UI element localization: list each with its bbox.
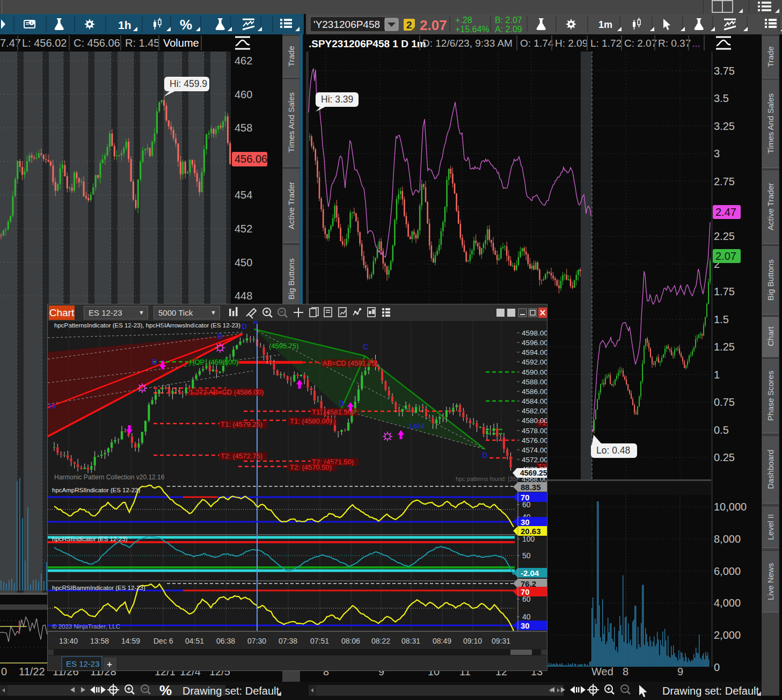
svg-text:B: 2.07: B: 2.07 <box>495 16 522 25</box>
svg-text:458: 458 <box>235 122 252 134</box>
svg-text:88.35: 88.35 <box>521 483 541 492</box>
svg-text:9: 9 <box>677 666 683 677</box>
svg-text:Dec 6: Dec 6 <box>154 637 173 645</box>
svg-text:0: 0 <box>714 661 720 673</box>
svg-text:30: 30 <box>521 517 530 527</box>
svg-text:3.25: 3.25 <box>714 120 735 132</box>
svg-text:4576.00: 4576.00 <box>522 436 547 444</box>
svg-text:08:31: 08:31 <box>401 637 420 645</box>
svg-text:8: 8 <box>623 666 628 677</box>
svg-text:2.07: 2.07 <box>715 250 736 262</box>
svg-text:hpcRSIBammIndicator (ES 12-23): hpcRSIBammIndicator (ES 12-23) <box>52 585 145 591</box>
svg-text:hpcAmpRSIIndicator (ES 12-23): hpcAmpRSIIndicator (ES 12-23) <box>52 487 140 493</box>
svg-text:50: 50 <box>522 551 531 560</box>
svg-text:1.75: 1.75 <box>714 286 735 297</box>
svg-text:1.25: 1.25 <box>714 341 735 353</box>
svg-text:Drawing set: Default: Drawing set: Default <box>662 685 759 697</box>
svg-text:© 2023 NinjaTrader, LLC: © 2023 NinjaTrader, LLC <box>52 623 120 630</box>
svg-text:Hi: 3.39: Hi: 3.39 <box>321 94 353 105</box>
svg-text:4588.00: 4588.00 <box>522 378 547 386</box>
svg-text:(4595.75): (4595.75) <box>269 342 299 350</box>
svg-text:B: B <box>217 332 223 340</box>
svg-text:3.75: 3.75 <box>714 65 735 77</box>
svg-text:+.28: +.28 <box>455 16 472 25</box>
svg-text:452: 452 <box>235 223 252 235</box>
svg-text:4596.00: 4596.00 <box>522 339 547 347</box>
svg-text:O: 1.74: O: 1.74 <box>520 38 554 49</box>
svg-text:...: ... <box>692 38 700 49</box>
svg-text:T2: (4570.50): T2: (4570.50) <box>290 463 332 471</box>
svg-text:4582.00: 4582.00 <box>522 407 547 415</box>
svg-text:2.07: 2.07 <box>420 17 447 33</box>
svg-text:i: i <box>31 20 32 25</box>
svg-text:4586.00: 4586.00 <box>522 388 547 396</box>
svg-text:'Y231206P458: 'Y231206P458 <box>313 19 380 30</box>
svg-text:09:10: 09:10 <box>463 637 482 645</box>
svg-text:04:51: 04:51 <box>185 637 204 645</box>
svg-text:A: 2.09: A: 2.09 <box>495 25 522 34</box>
svg-text:3.5: 3.5 <box>714 92 729 104</box>
svg-text:4592.00: 4592.00 <box>522 358 547 366</box>
svg-text:1: 1 <box>714 369 720 381</box>
svg-text:454: 454 <box>235 189 252 201</box>
svg-text:456.06: 456.06 <box>235 153 267 165</box>
svg-text:AB=CD (4591.75): AB=CD (4591.75) <box>323 359 378 367</box>
svg-text:D: D <box>242 322 247 331</box>
svg-text:Volume: Volume <box>163 37 199 49</box>
svg-text:L: 456.02: L: 456.02 <box>22 37 67 49</box>
svg-text:L: 1.72: L: 1.72 <box>590 38 622 49</box>
svg-text:-2.04: -2.04 <box>521 568 539 578</box>
svg-text:2: 2 <box>406 19 412 31</box>
svg-text:1.5: 1.5 <box>714 313 729 325</box>
svg-text:Harmonic Pattern Collection v2: Harmonic Pattern Collection v20.12.16 <box>54 473 165 481</box>
svg-text:C: 456.06: C: 456.06 <box>74 37 120 49</box>
svg-text:C: 2.07: C: 2.07 <box>624 38 657 49</box>
svg-text:450: 450 <box>235 257 252 268</box>
svg-text:4598.00: 4598.00 <box>522 329 547 337</box>
svg-text:1.618: 1.618 <box>408 422 425 430</box>
svg-text:8,000: 8,000 <box>714 533 741 545</box>
svg-text:07:51: 07:51 <box>310 637 329 645</box>
svg-text:07:30: 07:30 <box>247 637 266 645</box>
svg-text:06:38: 06:38 <box>216 637 235 645</box>
svg-text:0.5: 0.5 <box>714 424 729 436</box>
svg-text:T2: (4572.75): T2: (4572.75) <box>221 452 262 460</box>
svg-text:D: 12/6/23, 9:33 AM: D: 12/6/23, 9:33 AM <box>422 38 513 49</box>
svg-text:2.47: 2.47 <box>715 206 736 218</box>
svg-text:60: 60 <box>522 500 531 509</box>
svg-text:4594.00: 4594.00 <box>522 348 547 356</box>
svg-text:R: 0.37: R: 0.37 <box>658 38 691 49</box>
svg-text:14:59: 14:59 <box>121 637 140 645</box>
svg-text:Wed: Wed <box>591 666 613 677</box>
svg-text:D: D <box>152 358 157 366</box>
svg-text:B: B <box>339 399 344 407</box>
svg-text:462: 462 <box>235 55 252 67</box>
svg-text:Lo: 0.48: Lo: 0.48 <box>596 445 630 456</box>
svg-text:T1: (4579.25): T1: (4579.25) <box>221 420 262 428</box>
svg-text:.SPY231206P458 1 D 1m: .SPY231206P458 1 D 1m <box>309 38 426 49</box>
svg-text:1.272 AB=CD (4586.00): 1.272 AB=CD (4586.00) <box>189 388 264 396</box>
svg-text:A: A <box>253 321 258 326</box>
svg-text:60: 60 <box>522 595 531 603</box>
svg-text:Drawing set: Default: Drawing set: Default <box>182 685 280 697</box>
svg-text:40: 40 <box>522 612 531 621</box>
svg-text:6,000: 6,000 <box>714 565 741 577</box>
svg-text:hpcHSIIndicator (ES 12-23): hpcHSIIndicator (ES 12-23) <box>52 536 128 542</box>
svg-text:%: % <box>180 17 192 33</box>
svg-text:18: 18 <box>49 403 56 410</box>
svg-text:09:31: 09:31 <box>492 637 510 645</box>
svg-text:4590.00: 4590.00 <box>522 368 547 376</box>
svg-text:hpcPatternsIndicator (ES 12-23: hpcPatternsIndicator (ES 12-23), hpcHSIA… <box>54 322 240 329</box>
svg-text:hpc patterns found: [35]: hpc patterns found: [35] <box>456 476 518 482</box>
svg-text:H: 2.09: H: 2.09 <box>555 38 588 49</box>
svg-text:4584.00: 4584.00 <box>522 397 547 405</box>
svg-text:2.25: 2.25 <box>714 230 735 242</box>
svg-text:C: C <box>363 342 368 351</box>
svg-text:30: 30 <box>521 621 530 630</box>
svg-text:4572.00: 4572.00 <box>522 456 547 464</box>
svg-text:4578.00: 4578.00 <box>522 427 547 435</box>
svg-text:0.25: 0.25 <box>714 451 735 463</box>
svg-text:13:58: 13:58 <box>90 637 109 645</box>
svg-text:3: 3 <box>714 148 720 159</box>
svg-text:460: 460 <box>235 89 252 100</box>
